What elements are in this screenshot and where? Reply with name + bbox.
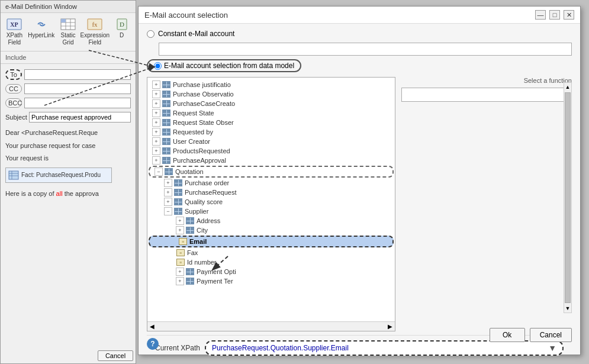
tree-item[interactable]: + PurchaseApproval	[147, 156, 395, 165]
expand-icon[interactable]: +	[176, 226, 184, 234]
tree-container[interactable]: + Purchase justificatio + Purchase Obser…	[147, 78, 395, 321]
bcc-row: BCC	[1, 96, 136, 110]
tree-item[interactable]: + Purchase justificatio	[147, 80, 395, 89]
tree-item-payment-ter[interactable]: + Payment Ter	[147, 276, 395, 286]
expand-icon[interactable]: +	[176, 268, 184, 276]
tree-item[interactable]: + Purchase Observatio	[147, 89, 395, 99]
bcc-input[interactable]	[24, 98, 131, 108]
expression-field-icon: fx	[86, 18, 103, 31]
radio-constant[interactable]	[147, 30, 155, 38]
scroll-down-icon[interactable]: ▼	[564, 304, 572, 313]
expand-icon[interactable]: +	[152, 156, 160, 165]
tree-item-city[interactable]: + City	[147, 226, 395, 235]
expand-icon[interactable]: +	[152, 90, 160, 98]
tree-item-purchase-request[interactable]: + PurchaseRequest	[147, 188, 395, 197]
toolbar-d[interactable]: D D	[110, 17, 133, 40]
tree-item-id-number[interactable]: ≡ Id number	[147, 257, 395, 267]
static-grid-label: StaticGrid	[61, 32, 76, 46]
expand-icon[interactable]: +	[164, 188, 172, 197]
expand-icon[interactable]: +	[164, 179, 172, 187]
table-icon	[173, 198, 183, 206]
cancel-button-bg[interactable]: Cancel	[98, 350, 133, 361]
bg-window-titlebar: e-Mail Definition Window	[1, 1, 136, 13]
toolbar-expression-field[interactable]: fx ExpressionField	[82, 17, 108, 47]
tree-item-payment-opti[interactable]: + Payment Opti	[147, 267, 395, 276]
table-icon	[162, 90, 171, 98]
scroll-right-icon[interactable]: ▶	[388, 323, 392, 330]
svg-text:XP: XP	[11, 21, 18, 28]
expand-icon[interactable]: +	[152, 109, 160, 117]
expand-icon[interactable]: +	[152, 137, 160, 146]
fact-box: Fact: PurchaseRequest.Produ	[5, 167, 112, 183]
table-icon	[162, 118, 171, 127]
table-icon	[173, 179, 183, 187]
scroll-up-icon[interactable]: ▲	[564, 83, 572, 91]
tree-item-fax[interactable]: ≡ Fax	[147, 248, 395, 257]
svg-rect-7	[61, 19, 66, 22]
expand-quotation-icon[interactable]: −	[155, 167, 163, 176]
toolbar-hyperlink[interactable]: HyperLink	[28, 17, 54, 40]
xpath-dropdown-icon[interactable]: ▼	[548, 343, 556, 353]
right-scrollbar[interactable]: ▲ ▼	[564, 82, 572, 313]
tree-item-purchase-order[interactable]: + Purchase order	[147, 178, 395, 188]
tree-item-supplier[interactable]: − Supplier	[147, 207, 395, 216]
d-icon: D	[114, 18, 130, 31]
table-icon	[185, 277, 195, 285]
tree-item[interactable]: + PurchaseCaseCreato	[147, 99, 395, 108]
subject-row: Subject	[1, 110, 136, 124]
radio-datamodel-row: E-Mail account selection from data model	[147, 59, 572, 72]
to-input[interactable]	[24, 69, 131, 80]
expand-icon[interactable]: +	[152, 128, 160, 136]
table-icon	[173, 207, 183, 215]
include-bar: Include	[1, 51, 136, 64]
tree-item[interactable]: + Request State	[147, 108, 395, 118]
fact-box-text: Fact: PurchaseRequest.Produ	[21, 170, 101, 180]
expression-field-label: ExpressionField	[81, 32, 110, 46]
svg-text:D: D	[120, 21, 124, 28]
radio-datamodel[interactable]	[154, 62, 162, 70]
tree-item-quality-score[interactable]: + Quality score	[147, 197, 395, 207]
tree-item[interactable]: + User Creator	[147, 137, 395, 146]
cc-label: CC	[5, 84, 22, 94]
help-icon[interactable]: ?	[147, 338, 159, 350]
expand-icon[interactable]: +	[152, 147, 160, 155]
svg-text:fx: fx	[92, 21, 98, 28]
body-line2: Your purchase request for case	[5, 141, 131, 152]
radio-constant-label[interactable]: Constant e-Mail account	[158, 30, 234, 38]
expand-icon[interactable]: +	[176, 277, 184, 285]
cc-input[interactable]	[24, 83, 131, 94]
toolbar-static-grid[interactable]: StaticGrid	[57, 17, 80, 47]
subject-input[interactable]	[29, 112, 131, 123]
to-label[interactable]: To	[5, 69, 22, 80]
tree-item-email[interactable]: ≡ Email	[149, 236, 394, 247]
tree-item-quotation[interactable]: − Quotation	[149, 166, 394, 178]
svg-rect-12	[9, 171, 18, 179]
dialog-title: E-Mail account selection	[144, 11, 228, 20]
ok-button[interactable]: Ok	[490, 328, 525, 342]
function-select[interactable]: ▼	[401, 88, 572, 102]
table-icon	[162, 137, 171, 146]
maximize-button[interactable]: □	[549, 10, 560, 20]
expand-icon[interactable]: +	[164, 198, 172, 206]
minimize-button[interactable]: —	[535, 10, 546, 20]
expand-icon[interactable]: +	[176, 217, 184, 225]
close-button[interactable]: ✕	[564, 10, 574, 20]
expand-icon[interactable]: +	[152, 118, 160, 127]
expand-icon[interactable]: +	[152, 99, 160, 108]
cancel-button[interactable]: Cancel	[530, 328, 572, 342]
scroll-left-icon[interactable]: ◀	[150, 323, 155, 330]
tree-item[interactable]: + ProductsRequested	[147, 146, 395, 156]
tree-item[interactable]: + Request State Obser	[147, 118, 395, 127]
xpath-value: PurchaseRequest.Quotation.Supplier.Email	[212, 344, 349, 352]
expand-supplier-icon[interactable]: −	[164, 207, 172, 215]
toolbar-xpath-field[interactable]: XP XPath Field	[3, 17, 26, 47]
cc-row: CC	[1, 82, 136, 96]
tree-item[interactable]: + Requested by	[147, 127, 395, 137]
body-line4: Here is a copy of all the approva	[5, 189, 131, 199]
table-icon	[162, 99, 171, 108]
tree-item-address[interactable]: + Address	[147, 216, 395, 226]
expand-icon[interactable]: +	[152, 80, 160, 89]
table-icon	[173, 188, 183, 197]
field-icon: ≡	[176, 258, 185, 266]
radio-datamodel-label[interactable]: E-Mail account selection from data model	[164, 62, 294, 70]
